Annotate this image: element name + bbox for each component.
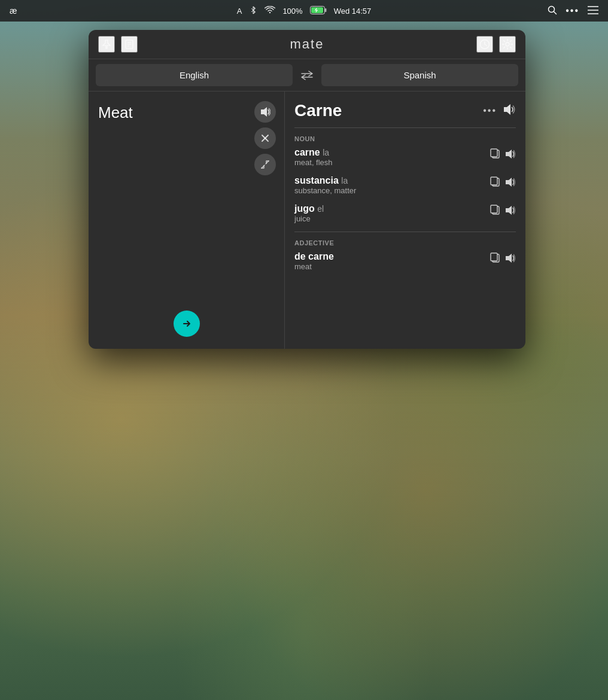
keyboard-icon: A xyxy=(237,7,242,16)
entry-content-sustancia: sustancia la substance, matter xyxy=(294,175,356,195)
main-divider xyxy=(294,127,516,128)
input-word: Meat xyxy=(98,104,275,122)
speaker-input-button[interactable] xyxy=(254,101,276,123)
output-panel: Carne ••• NOUN xyxy=(285,92,525,349)
expand-input-button[interactable] xyxy=(254,154,276,175)
main-translation-controls: ••• xyxy=(483,104,516,118)
copy-de-carne-button[interactable] xyxy=(490,252,500,266)
entry-content-de-carne: de carne meat xyxy=(294,251,334,271)
header-right-actions xyxy=(476,36,516,53)
pos-section-noun: NOUN carne la meat, flesh xyxy=(294,135,516,223)
input-action-buttons xyxy=(254,101,276,175)
menubar-left: æ xyxy=(10,6,17,16)
entry-word-de-carne: de carne xyxy=(294,251,334,262)
dict-entry-jugo: jugo el juice xyxy=(294,203,516,223)
close-input-button[interactable] xyxy=(254,127,276,149)
pos-label-adjective: ADJECTIVE xyxy=(294,239,516,246)
app-title: mate xyxy=(290,36,324,52)
battery-icon xyxy=(310,6,327,16)
svg-rect-28 xyxy=(491,205,497,213)
dict-entry-carne: carne la meat, flesh xyxy=(294,147,516,167)
bookmark-button[interactable] xyxy=(121,36,138,53)
header-left-actions xyxy=(98,36,138,53)
entry-actions-carne xyxy=(490,148,516,162)
menu-icon[interactable] xyxy=(588,6,598,16)
history-button[interactable] xyxy=(476,36,493,53)
entry-actions-de-carne xyxy=(490,252,516,266)
target-language-button[interactable]: Spanish xyxy=(321,64,518,86)
translator-popup: mate English Spanish xyxy=(89,30,525,349)
datetime: Wed 14:57 xyxy=(334,7,372,16)
speak-sustancia-button[interactable] xyxy=(505,177,516,190)
input-panel: Meat xyxy=(89,92,285,349)
copy-carne-button[interactable] xyxy=(490,148,500,162)
copy-jugo-button[interactable] xyxy=(490,205,500,218)
swap-languages-button[interactable] xyxy=(297,66,317,85)
speak-carne-button[interactable] xyxy=(505,149,516,162)
translator-header: mate xyxy=(89,30,525,59)
language-bar: English Spanish xyxy=(89,59,525,92)
entry-word-jugo: jugo el xyxy=(294,203,324,214)
entry-actions-sustancia xyxy=(490,176,516,190)
svg-rect-22 xyxy=(491,149,497,157)
menubar-right: ••• xyxy=(548,5,598,17)
main-translation-word: Carne xyxy=(294,101,342,120)
svg-marker-20 xyxy=(504,104,510,115)
svg-marker-23 xyxy=(506,150,512,159)
svg-marker-32 xyxy=(506,254,512,263)
entry-def-de-carne: meat xyxy=(294,262,334,271)
svg-marker-29 xyxy=(506,206,512,215)
wifi-icon xyxy=(265,6,275,16)
svg-point-13 xyxy=(506,42,509,46)
main-translation-row: Carne ••• xyxy=(294,101,516,120)
translate-button[interactable] xyxy=(174,311,200,337)
copy-sustancia-button[interactable] xyxy=(490,176,500,190)
source-language-button[interactable]: English xyxy=(96,64,293,86)
svg-marker-26 xyxy=(506,178,512,187)
more-icon[interactable]: ••• xyxy=(566,5,579,16)
menubar: æ A 100% We xyxy=(0,0,608,22)
entry-content-jugo: jugo el juice xyxy=(294,203,324,223)
menubar-center: A 100% Wed 14:57 xyxy=(0,6,608,16)
entry-word-sustancia: sustancia la xyxy=(294,175,356,186)
svg-rect-25 xyxy=(491,177,497,185)
translation-area: Meat xyxy=(89,92,525,349)
pos-label-noun: NOUN xyxy=(294,135,516,142)
adj-divider xyxy=(294,232,516,232)
pin-button[interactable] xyxy=(98,36,115,53)
svg-marker-14 xyxy=(261,107,267,117)
speaker-output-button[interactable] xyxy=(503,104,516,118)
dict-entry-sustancia: sustancia la substance, matter xyxy=(294,175,516,195)
dict-entry-de-carne: de carne meat xyxy=(294,251,516,271)
speak-jugo-button[interactable] xyxy=(505,205,516,218)
entry-def-carne: meat, flesh xyxy=(294,158,333,167)
svg-rect-2 xyxy=(325,8,327,12)
search-icon[interactable] xyxy=(548,5,557,17)
speak-de-carne-button[interactable] xyxy=(505,253,516,266)
bluetooth-icon xyxy=(249,6,257,16)
entry-def-jugo: juice xyxy=(294,214,324,223)
entry-def-sustancia: substance, matter xyxy=(294,186,356,195)
more-options-button[interactable]: ••• xyxy=(483,105,497,116)
entry-actions-jugo xyxy=(490,205,516,218)
entry-content-carne: carne la meat, flesh xyxy=(294,147,333,167)
pos-section-adjective: ADJECTIVE de carne meat xyxy=(294,239,516,271)
ae-icon: æ xyxy=(10,6,17,16)
battery-percent: 100% xyxy=(282,7,302,16)
settings-button[interactable] xyxy=(499,36,516,53)
entry-word-carne: carne la xyxy=(294,147,333,158)
svg-rect-31 xyxy=(491,253,497,261)
svg-line-4 xyxy=(554,11,557,14)
